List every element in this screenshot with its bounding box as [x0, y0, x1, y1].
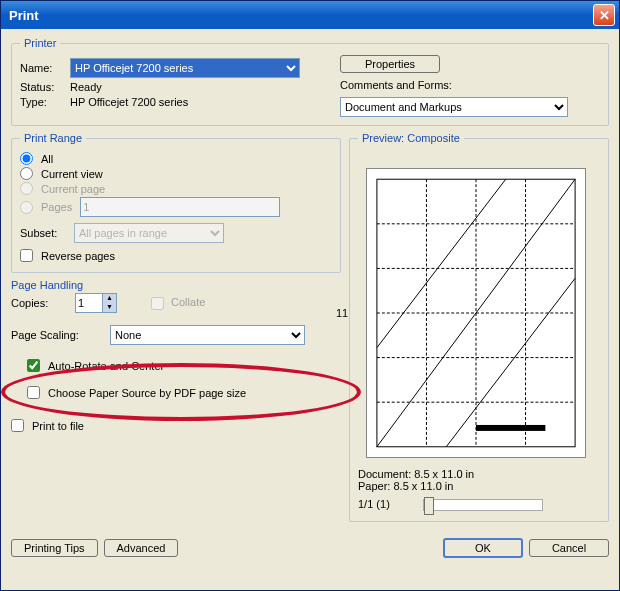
- range-pages-input: [80, 197, 280, 217]
- page-handling-group: Page Handling Copies: ▲ ▼ Collat: [11, 279, 341, 399]
- print-dialog: Print ✕ Printer Name: HP Officejet 7200 …: [0, 0, 620, 591]
- autorotate-label: Auto-Rotate and Center: [48, 360, 164, 372]
- preview-legend: Preview: Composite: [358, 132, 464, 144]
- advanced-button[interactable]: Advanced: [104, 539, 179, 557]
- page-scaling-select[interactable]: None: [110, 325, 305, 345]
- properties-button[interactable]: Properties: [340, 55, 440, 73]
- close-button[interactable]: ✕: [593, 4, 615, 26]
- name-label: Name:: [20, 62, 70, 74]
- svg-rect-12: [476, 425, 545, 431]
- copies-label: Copies:: [11, 297, 71, 309]
- svg-line-10: [377, 179, 506, 347]
- type-label: Type:: [20, 96, 70, 108]
- print-to-file-checkbox[interactable]: [11, 419, 24, 432]
- titlebar: Print ✕: [1, 1, 619, 29]
- subset-label: Subset:: [20, 227, 70, 239]
- range-all-label: All: [41, 153, 53, 165]
- range-current-page-label: Current page: [41, 183, 105, 195]
- preview-doc-size: Document: 8.5 x 11.0 in: [358, 468, 600, 480]
- print-range-group: Print Range All Current view Current pag…: [11, 132, 341, 273]
- preview-group: Preview: Composite 8.5 11: [349, 132, 609, 522]
- printer-name-select[interactable]: HP Officejet 7200 series: [70, 58, 300, 78]
- preview-progress: 1/1 (1): [358, 498, 390, 510]
- comments-label: Comments and Forms:: [340, 79, 452, 91]
- collate-checkbox: [151, 297, 164, 310]
- cancel-button[interactable]: Cancel: [529, 539, 609, 557]
- print-to-file-label: Print to file: [32, 420, 84, 432]
- scaling-label: Page Scaling:: [11, 329, 106, 341]
- reverse-pages-checkbox[interactable]: [20, 249, 33, 262]
- range-all-radio[interactable]: [20, 152, 33, 165]
- choose-source-checkbox[interactable]: [27, 386, 40, 399]
- preview-height: 11: [336, 307, 348, 319]
- printer-legend: Printer: [20, 37, 60, 49]
- status-value: Ready: [70, 81, 102, 93]
- autorotate-checkbox[interactable]: [27, 359, 40, 372]
- choose-source-label: Choose Paper Source by PDF page size: [48, 387, 246, 399]
- collate-label: Collate: [171, 296, 205, 308]
- copies-spinner[interactable]: ▲ ▼: [75, 293, 117, 313]
- printing-tips-button[interactable]: Printing Tips: [11, 539, 98, 557]
- spinner-up-icon[interactable]: ▲: [102, 294, 116, 303]
- status-label: Status:: [20, 81, 70, 93]
- subset-select: All pages in range: [74, 223, 224, 243]
- preview-page: [366, 168, 586, 458]
- close-icon: ✕: [599, 8, 610, 23]
- print-range-legend: Print Range: [20, 132, 86, 144]
- reverse-pages-label: Reverse pages: [41, 250, 115, 262]
- range-current-view-radio[interactable]: [20, 167, 33, 180]
- spinner-down-icon[interactable]: ▼: [102, 303, 116, 312]
- ok-button[interactable]: OK: [443, 538, 523, 558]
- printer-group: Printer Name: HP Officejet 7200 series S…: [11, 37, 609, 126]
- range-current-view-label: Current view: [41, 168, 103, 180]
- svg-line-11: [446, 278, 575, 446]
- range-pages-radio: [20, 201, 33, 214]
- comments-forms-select[interactable]: Document and Markups: [340, 97, 568, 117]
- preview-slider[interactable]: [423, 499, 543, 511]
- window-title: Print: [9, 8, 593, 23]
- range-current-page-radio: [20, 182, 33, 195]
- preview-paper-size: Paper: 8.5 x 11.0 in: [358, 480, 600, 492]
- range-pages-label: Pages: [41, 201, 72, 213]
- type-value: HP Officejet 7200 series: [70, 96, 188, 108]
- copies-input[interactable]: [76, 294, 102, 312]
- page-handling-legend: Page Handling: [11, 279, 341, 291]
